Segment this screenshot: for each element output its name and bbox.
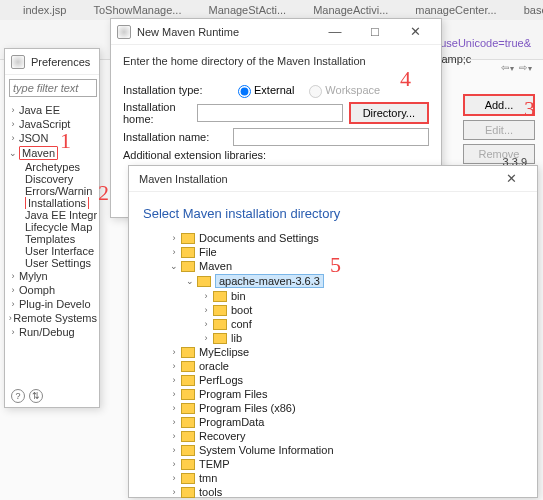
folder-item[interactable]: ›Recovery xyxy=(167,429,523,443)
prefs-footer-icons: ? ⇅ xyxy=(11,389,43,403)
folder-item[interactable]: ›tmn xyxy=(167,471,523,485)
prefs-tree[interactable]: ›Java EE ›JavaScript ›JSON ⌄Maven Archet… xyxy=(5,101,99,341)
minimize-icon[interactable]: — xyxy=(315,24,355,39)
install-home-label: Installation home: xyxy=(123,101,197,125)
tree-item[interactable]: ›JSON xyxy=(7,131,97,145)
tree-item[interactable]: Archetypes xyxy=(7,161,97,173)
window-titlebar[interactable]: Maven Installation ✕ xyxy=(129,166,537,192)
close-icon[interactable]: ✕ xyxy=(395,24,435,39)
editor-tabs: index.jsp ToShowManage... ManageStActi..… xyxy=(0,0,543,20)
folder-item[interactable]: ›boot xyxy=(167,303,523,317)
runtime-form: Installation type: External Workspace In… xyxy=(111,75,441,168)
eclipse-icon xyxy=(117,25,131,39)
tree-item[interactable]: ›Oomph xyxy=(7,283,97,297)
edit-button[interactable]: Edit... xyxy=(463,120,535,140)
maven-installation-window: Maven Installation ✕ Select Maven instal… xyxy=(128,165,538,498)
radio-workspace[interactable]: Workspace xyxy=(304,82,380,98)
window-titlebar: Preferences xyxy=(5,49,99,75)
folder-item[interactable]: ›conf xyxy=(167,317,523,331)
tab[interactable]: ManageStActi... xyxy=(189,3,292,17)
tree-item[interactable]: Errors/Warnin xyxy=(7,185,97,197)
help-icon[interactable]: ? xyxy=(11,389,25,403)
import-export-icon[interactable]: ⇅ xyxy=(29,389,43,403)
window-title: New Maven Runtime xyxy=(137,26,315,38)
folder-tree[interactable]: ›Documents and Settings ›File ⌄Maven ⌄ap… xyxy=(143,231,523,499)
dialog-description: Enter the home directory of the Maven In… xyxy=(111,45,441,75)
install-home-input[interactable] xyxy=(197,104,343,122)
ext-libs-label: Additional extension libraries: xyxy=(123,149,266,161)
folder-item[interactable]: ›bin xyxy=(167,289,523,303)
window-title: Maven Installation xyxy=(139,173,491,185)
folder-item[interactable]: ›PerfLogs xyxy=(167,373,523,387)
folder-item[interactable]: ›Program Files (x86) xyxy=(167,401,523,415)
radio-external[interactable]: External xyxy=(233,82,294,98)
directory-button[interactable]: Directory... xyxy=(349,102,429,124)
eclipse-icon xyxy=(11,55,25,69)
install-name-label: Installation name: xyxy=(123,131,233,143)
folder-item[interactable]: ›ProgramData xyxy=(167,415,523,429)
folder-item-selected[interactable]: ⌄apache-maven-3.6.3 xyxy=(167,273,523,289)
tree-item[interactable]: ›JavaScript xyxy=(7,117,97,131)
tab[interactable]: ManageActivi... xyxy=(294,3,394,17)
tree-item[interactable]: ›Remote Systems xyxy=(7,311,97,325)
folder-item[interactable]: ›TEMP xyxy=(167,457,523,471)
tree-item[interactable]: User Settings xyxy=(7,257,97,269)
tree-item[interactable]: Java EE Integr xyxy=(7,209,97,221)
folder-item[interactable]: ›Program Files xyxy=(167,387,523,401)
folder-item-maven[interactable]: ⌄Maven xyxy=(167,259,523,273)
tree-item[interactable]: User Interface xyxy=(7,245,97,257)
folder-item[interactable]: ›System Volume Information xyxy=(167,443,523,457)
folder-item[interactable]: ›lib xyxy=(167,331,523,345)
folder-item[interactable]: ›MyEclipse xyxy=(167,345,523,359)
install-name-input[interactable] xyxy=(233,128,429,146)
tab[interactable]: manageCenter... xyxy=(396,3,502,17)
tree-item[interactable]: Lifecycle Map xyxy=(7,221,97,233)
tree-item[interactable]: Templates xyxy=(7,233,97,245)
tree-item[interactable]: ›Mylyn xyxy=(7,269,97,283)
tree-item[interactable]: Discovery xyxy=(7,173,97,185)
preferences-window: Preferences ›Java EE ›JavaScript ›JSON ⌄… xyxy=(4,48,100,408)
runtime-side-buttons: Add... Edit... Remove xyxy=(463,94,535,164)
tree-item[interactable]: ›Plug-in Develo xyxy=(7,297,97,311)
fwd-icon[interactable]: ⇨ xyxy=(519,62,533,76)
tree-item[interactable]: ›Run/Debug xyxy=(7,325,97,339)
folder-dialog-header: Select Maven installation directory xyxy=(129,192,537,231)
folder-item[interactable]: ›Documents and Settings xyxy=(167,231,523,245)
tab[interactable]: ToShowManage... xyxy=(74,3,187,17)
tree-item-maven[interactable]: ⌄Maven xyxy=(7,145,97,161)
window-title: Preferences xyxy=(31,56,93,68)
window-titlebar[interactable]: New Maven Runtime — □ ✕ xyxy=(111,19,441,45)
toolbar-right: ⇦ ⇨ xyxy=(501,62,533,76)
folder-item[interactable]: ›tools xyxy=(167,485,523,499)
tree-item-installations[interactable]: Installations xyxy=(7,197,97,209)
back-icon[interactable]: ⇦ xyxy=(501,62,515,76)
folder-item[interactable]: ›File xyxy=(167,245,523,259)
close-icon[interactable]: ✕ xyxy=(491,171,531,186)
add-button[interactable]: Add... xyxy=(463,94,535,116)
tab[interactable]: index.jsp xyxy=(4,3,72,17)
tab[interactable]: baseP xyxy=(505,3,543,17)
install-type-label: Installation type: xyxy=(123,84,233,96)
maximize-icon[interactable]: □ xyxy=(355,24,395,39)
folder-item[interactable]: ›oracle xyxy=(167,359,523,373)
filter-input[interactable] xyxy=(9,79,97,97)
tree-item[interactable]: ›Java EE xyxy=(7,103,97,117)
